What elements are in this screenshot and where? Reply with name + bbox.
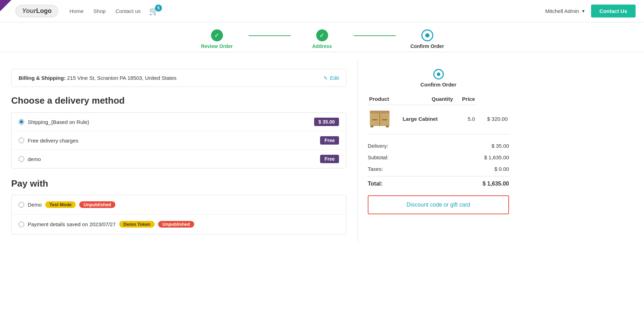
svg-rect-6 [386,125,389,127]
cart-badge: 5 [155,5,162,12]
delivery-option-demo: demo Free [12,150,346,168]
svg-rect-3 [372,119,378,120]
nav-shop[interactable]: Shop [93,8,106,14]
product-price: $ 320.00 [487,116,508,122]
pay-option-demo: Demo Test Mode Unpublished [12,195,346,215]
taxes-label: Taxes: [368,166,383,172]
pay-option-saved: Payment details saved on 2023/07/27 Demo… [12,215,346,234]
edit-billing-button[interactable]: ✎ Edit [324,75,339,81]
delivery-radio-free[interactable] [19,138,24,143]
taxes-value: $ 0.00 [494,166,509,172]
confirm-step-dot [437,72,440,76]
product-price-cell: $ 320.00 [476,105,509,133]
product-qty-cell: 5.0 [454,105,476,133]
logo[interactable]: YourLogo [15,5,58,17]
left-column: Billing & Shipping: 215 Vine St, Scranto… [0,61,358,243]
delivery-badge-free: Free [320,136,339,145]
user-dropdown[interactable]: Mitchell Admin ▼ [545,8,585,14]
summary-delivery-row: Delivery: $ 35.00 [368,140,509,152]
delivery-section: Choose a delivery method Shipping_{Based… [11,95,346,168]
edit-label: Edit [330,75,339,81]
navbar: YourLogo Home Shop Contact us 🛒 5 Mitche… [0,0,644,22]
pay-saved-label: Payment details saved on 2023/07/27 [28,221,116,227]
nav-home[interactable]: Home [69,8,83,14]
step-confirm-order-circle [421,29,433,41]
svg-rect-5 [371,125,373,127]
subtotal-value: $ 1,635.00 [484,154,509,160]
subtotal-label: Subtotal: [368,154,388,160]
cart-button[interactable]: 🛒 5 [149,7,158,16]
table-row: Large Cabinet 5.0 $ 320.00 [368,105,509,133]
product-qty: 5.0 [468,116,475,122]
step-confirm-order-label: Confirm Order [411,43,444,49]
confirm-step-circle [433,69,444,79]
step-address-label: Address [312,43,332,49]
delivery-radio-demo[interactable] [19,156,24,162]
pay-section: Pay with Demo Test Mode Unpublished Paym… [11,178,346,234]
right-column: Confirm Order Product Quantity Price [358,61,519,243]
delivery-badge-demo: Free [320,155,339,163]
confirm-order-title: Confirm Order [420,82,456,88]
delivery-option-shipping-rule-label[interactable]: Shipping_{Based on Rule} [19,119,89,125]
nav-links: Home Shop Contact us [69,8,141,14]
delivery-title: Choose a delivery method [11,95,346,106]
pay-demo-test-badge: Test Mode [45,201,76,208]
pay-radio-saved[interactable] [19,222,24,227]
delivery-option-shipping-rule: Shipping_{Based on Rule} $ 35.00 [12,113,346,131]
product-name: Large Cabinet [402,116,438,122]
delivery-option-free-label[interactable]: Free delivery charges [19,138,78,144]
delivery-option-free: Free delivery charges Free [12,131,346,150]
total-label: Total: [368,181,382,187]
navbar-right: Mitchell Admin ▼ Contact Us [545,5,636,18]
col-quantity: Quantity [401,93,454,105]
edit-icon: ✎ [324,75,328,81]
step-address-circle: ✓ [316,29,328,41]
step-connector-2 [354,35,396,36]
step-address: ✓ Address [291,29,354,49]
discount-code-button[interactable]: Discount code or gift card [368,195,509,214]
svg-rect-4 [382,119,387,120]
delivery-option-demo-label[interactable]: demo [19,156,41,162]
pay-options-box: Demo Test Mode Unpublished Payment detai… [11,195,346,234]
product-image-cell [368,105,401,133]
pay-saved-demo-token-badge: Demo Token [119,221,155,228]
step-review-order: ✓ Review Order [185,29,249,49]
pay-demo-unpublished-badge: Unpublished [79,201,115,208]
delivery-options-box: Shipping_{Based on Rule} $ 35.00 Free de… [11,112,346,168]
step-review-order-circle: ✓ [211,29,223,41]
confirm-order-header: Confirm Order [368,69,509,88]
billing-label: Billing & Shipping: [19,75,66,81]
summary-subtotal-row: Subtotal: $ 1,635.00 [368,152,509,163]
contact-us-button[interactable]: Contact Us [591,5,636,18]
delivery-radio-shipping-rule[interactable] [19,119,24,125]
step-connector-1 [249,35,291,36]
delivery-label: Delivery: [368,143,388,149]
billing-box: Billing & Shipping: 215 Vine St, Scranto… [11,69,346,87]
summary-total-row: Total: $ 1,635.00 [368,176,509,190]
corner-accent [0,0,11,11]
main-layout: Billing & Shipping: 215 Vine St, Scranto… [0,61,644,243]
pay-demo-label: Demo [28,202,42,208]
delivery-badge-shipping-rule: $ 35.00 [314,118,339,126]
step-review-order-label: Review Order [201,43,232,49]
steps-bar: ✓ Review Order ✓ Address Confirm Order [0,22,644,52]
pay-radio-demo[interactable] [19,202,24,208]
chevron-down-icon: ▼ [581,9,585,14]
step-confirm-order: Confirm Order [396,29,459,49]
col-price: Price [454,93,476,105]
billing-address-text: 215 Vine St, Scranton PA 18503, United S… [67,75,176,81]
product-cabinet-image [369,109,390,127]
logo-your: Your [22,7,36,14]
product-table: Product Quantity Price [368,93,509,133]
pay-title: Pay with [11,178,346,189]
billing-address: Billing & Shipping: 215 Vine St, Scranto… [19,75,177,81]
delivery-value: $ 35.00 [492,143,509,149]
total-value: $ 1,635.00 [482,181,509,187]
svg-rect-1 [370,111,389,113]
summary-divider-1 [368,134,509,134]
pay-saved-unpublished-badge: Unpublished [158,221,194,228]
summary-taxes-row: Taxes: $ 0.00 [368,163,509,175]
product-name-cell: Large Cabinet [401,105,454,133]
nav-contact[interactable]: Contact us [115,8,141,14]
summary-block: Delivery: $ 35.00 Subtotal: $ 1,635.00 T… [368,140,509,190]
